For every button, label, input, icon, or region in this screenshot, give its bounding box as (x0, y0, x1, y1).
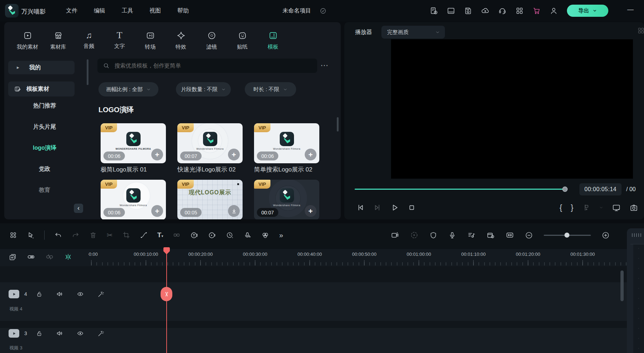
split-button[interactable]: ✂ (107, 231, 113, 239)
color-match-button[interactable] (261, 231, 269, 239)
mark-in-button[interactable]: { (559, 203, 562, 212)
playback-progress-handle[interactable] (562, 187, 568, 192)
timeline-ruler[interactable]: :00:00 00:00:10:00 00:00:20:00 00:00:30:… (88, 249, 644, 266)
search-input[interactable] (114, 62, 311, 69)
add-template-button[interactable]: + (228, 149, 240, 160)
select-tool-icon[interactable] (27, 231, 35, 239)
toolbox-icon[interactable] (9, 231, 17, 239)
app-logo-icon[interactable] (5, 4, 19, 18)
template-card[interactable]: Wondershare Filmora VIP 00:06 + (101, 180, 166, 219)
download-template-button[interactable] (228, 205, 240, 217)
sidebar-item-logo-reveal[interactable]: logo演绎 (18, 144, 71, 152)
mirror-display-button[interactable] (612, 203, 621, 212)
compound-clip-button[interactable] (173, 231, 181, 239)
keyframe-curve-button[interactable] (140, 231, 148, 239)
sidebar-item-party[interactable]: 党政 (18, 165, 71, 173)
menu-help[interactable]: 帮助 (177, 7, 189, 15)
more-tools-button[interactable]: » (279, 231, 283, 239)
timeline-zoom-slider[interactable] (544, 233, 591, 238)
zoom-slider-handle[interactable] (564, 233, 569, 238)
track-mute-button[interactable] (56, 290, 64, 298)
track-visibility-button[interactable] (76, 329, 84, 337)
audio-list-button[interactable] (467, 231, 476, 239)
tab-transitions[interactable]: 转场 (135, 24, 166, 56)
speed-button[interactable] (226, 231, 234, 239)
minimize-button[interactable]: — (627, 6, 634, 13)
apps-grid-icon[interactable] (515, 6, 524, 15)
quality-dropdown[interactable]: 完整画质 (381, 26, 445, 39)
track-row-video4[interactable] (0, 282, 644, 321)
layout-panel-icon[interactable] (447, 6, 455, 15)
account-icon[interactable] (549, 6, 558, 15)
text-tool-button[interactable]: T▾ (157, 231, 163, 239)
track-enhance-button[interactable] (97, 290, 105, 298)
menu-tools[interactable]: 工具 (122, 7, 133, 15)
zoom-in-button[interactable] (602, 231, 610, 239)
sidebar-item-my[interactable]: ▶ 我的 (8, 61, 75, 74)
cloud-upload-icon[interactable] (481, 6, 490, 15)
next-frame-button[interactable] (373, 203, 382, 212)
crop-button[interactable] (122, 231, 130, 239)
filter-aspect-ratio[interactable]: 画幅比例 : 全部 (98, 82, 158, 96)
previous-frame-button[interactable] (356, 203, 365, 212)
snapshot-button[interactable] (629, 203, 638, 212)
add-track-button[interactable] (9, 253, 17, 261)
menu-file[interactable]: 文件 (66, 7, 77, 15)
track-lock-button[interactable] (36, 330, 43, 337)
sidebar-item-education[interactable]: 教育 (18, 187, 71, 194)
text-to-speech-button[interactable] (208, 231, 216, 239)
track-enhance-button[interactable] (97, 330, 105, 337)
ai-voice-button[interactable] (243, 231, 252, 239)
sidebar-scrollbar[interactable] (87, 59, 88, 85)
tab-effects[interactable]: 特效 (166, 24, 196, 56)
template-card[interactable]: Wondershare Filmora VIP 00:07 + (177, 123, 243, 163)
stop-button[interactable] (407, 203, 416, 212)
project-title[interactable]: 未命名项目 (283, 7, 311, 15)
add-template-button[interactable]: + (151, 205, 163, 217)
tab-text[interactable]: T 文字 (104, 24, 135, 56)
preview-quality-button[interactable] (486, 231, 495, 239)
play-button[interactable] (390, 203, 399, 212)
sidebar-collapse-button[interactable]: ‹ (74, 204, 83, 213)
timeline-vertical-scrollbar[interactable] (620, 270, 624, 301)
store-cart-icon[interactable] (532, 6, 541, 15)
zoom-out-button[interactable] (525, 231, 533, 239)
collapsed-side-panel[interactable] (627, 228, 644, 353)
player-layout-icon[interactable] (638, 27, 644, 34)
record-voiceover-button[interactable] (448, 231, 456, 239)
template-card[interactable]: 现代LOGO展示 VIP 00:05 (177, 180, 243, 219)
tab-stickers[interactable]: 贴纸 (227, 24, 258, 56)
link-clips-button[interactable] (27, 253, 35, 261)
more-options-icon[interactable]: ⋯ (320, 61, 329, 70)
tab-templates[interactable]: 模板 (258, 24, 288, 56)
add-template-button[interactable]: + (305, 205, 316, 217)
redo-button[interactable] (72, 231, 80, 239)
export-button[interactable]: 导出 (567, 5, 608, 17)
ai-camera-button[interactable] (391, 231, 399, 239)
template-card[interactable]: Wondershare Filmora VIP 00:06 + (254, 123, 319, 163)
device-schedule-icon[interactable] (430, 6, 438, 15)
sidebar-item-hot[interactable]: 热门推荐 (18, 102, 71, 110)
track-lock-button[interactable] (36, 290, 43, 298)
track-mute-button[interactable] (56, 329, 64, 337)
tab-filters[interactable]: 滤镜 (196, 24, 227, 56)
playback-progress-bar[interactable] (355, 189, 566, 190)
speech-to-text-button[interactable] (190, 231, 198, 239)
menu-edit[interactable]: 编辑 (94, 7, 105, 15)
undo-button[interactable] (54, 231, 62, 239)
mark-out-button[interactable]: } (571, 203, 573, 212)
playhead-split-button[interactable]: ✂ (161, 287, 172, 301)
mask-shield-button[interactable] (429, 231, 437, 239)
add-template-button[interactable]: + (151, 149, 163, 160)
track-visibility-button[interactable] (76, 290, 84, 298)
template-card[interactable]: Wondershare Filmora VIP 00:07 + (254, 180, 319, 219)
marker-chevron-icon[interactable] (599, 205, 603, 210)
content-scrollbar[interactable] (337, 117, 339, 131)
filter-clip-count[interactable]: 片段数量 : 不限 (176, 82, 231, 96)
menu-view[interactable]: 视图 (149, 7, 161, 15)
save-icon[interactable] (464, 6, 472, 15)
support-headset-icon[interactable] (498, 6, 507, 15)
delete-button[interactable] (89, 231, 97, 239)
tab-my-media[interactable]: 我的素材 (12, 24, 43, 56)
template-card[interactable]: WONDERSHARE FILMORA VIP 00:06 + (101, 123, 166, 163)
